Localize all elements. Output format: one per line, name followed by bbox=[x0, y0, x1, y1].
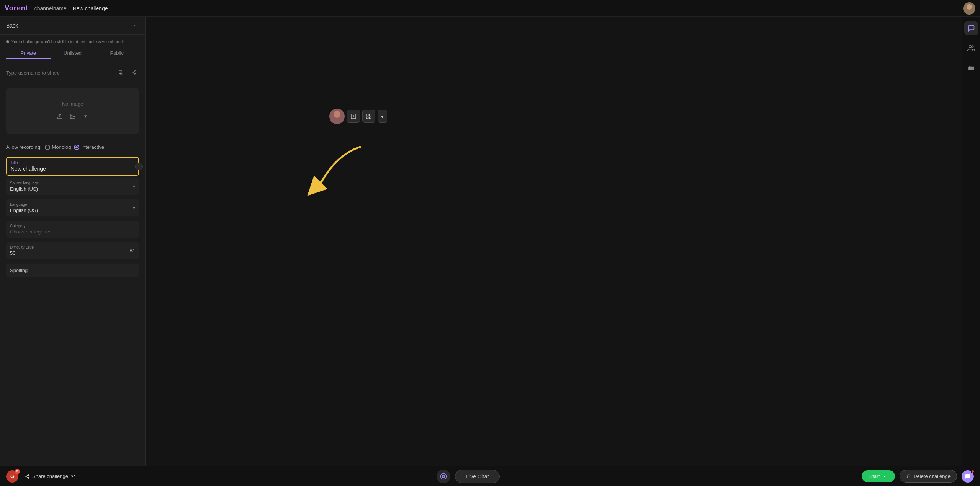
spelling-field[interactable]: Spelling bbox=[6, 264, 139, 277]
grammarly-label: G bbox=[10, 473, 14, 479]
toolbar-grid-icon[interactable] bbox=[362, 110, 375, 123]
svg-point-13 bbox=[331, 119, 343, 124]
radio-interactive-label: Interactive bbox=[81, 144, 104, 150]
title-field-label: Title bbox=[11, 161, 134, 165]
start-button[interactable]: Start bbox=[862, 470, 895, 482]
svg-line-7 bbox=[133, 73, 135, 74]
language-value: English (US) bbox=[10, 207, 133, 213]
svg-point-12 bbox=[334, 111, 340, 118]
category-label: Category bbox=[10, 224, 135, 228]
image-select-icon[interactable] bbox=[68, 111, 78, 121]
svg-rect-18 bbox=[366, 114, 368, 116]
tab-private[interactable]: Private bbox=[6, 48, 51, 59]
visibility-hint-text: Your challenge won't be visible to other… bbox=[11, 39, 125, 44]
start-icon bbox=[882, 474, 887, 479]
svg-rect-3 bbox=[119, 71, 122, 74]
back-arrow-icon[interactable]: ← bbox=[133, 22, 139, 29]
share-row bbox=[0, 64, 145, 82]
svg-point-25 bbox=[969, 67, 970, 68]
share-input[interactable] bbox=[6, 70, 113, 76]
share-challenge-button[interactable]: Share challenge bbox=[25, 473, 75, 479]
content-area: ▾ bbox=[146, 17, 962, 466]
svg-point-4 bbox=[135, 70, 136, 72]
share-challenge-label: Share challenge bbox=[32, 473, 68, 479]
speaker-button[interactable] bbox=[437, 470, 450, 483]
back-label: Back bbox=[6, 23, 18, 29]
right-settings-icon[interactable] bbox=[964, 61, 978, 75]
dot-indicator bbox=[6, 40, 9, 43]
logo[interactable]: Vorent bbox=[5, 4, 28, 12]
upload-icon[interactable] bbox=[55, 111, 65, 121]
source-language-value: English (US) bbox=[10, 186, 133, 192]
title-input[interactable] bbox=[11, 166, 134, 172]
recording-row: Allow recording: Monolog Interactive bbox=[0, 140, 145, 154]
image-controls: ▾ bbox=[55, 111, 91, 121]
language-field[interactable]: Language English (US) ▾ bbox=[6, 199, 139, 216]
share-icons bbox=[116, 68, 139, 78]
notification-button[interactable] bbox=[962, 470, 974, 483]
b1-badge: B1 bbox=[129, 248, 135, 253]
avatar[interactable] bbox=[963, 2, 975, 15]
chat-bubble-icon bbox=[965, 473, 971, 479]
source-language-field[interactable]: Source language English (US) ▾ bbox=[6, 178, 139, 195]
svg-point-34 bbox=[442, 475, 445, 478]
svg-point-6 bbox=[135, 73, 136, 75]
no-image-label: No image bbox=[62, 101, 83, 107]
svg-point-1 bbox=[965, 10, 974, 15]
sidebar: Back ← Your challenge won't be visible t… bbox=[0, 17, 146, 466]
category-placeholder: Choose categories bbox=[10, 229, 135, 235]
toolbar-more-button[interactable]: ▾ bbox=[378, 110, 387, 123]
grammarly-button[interactable]: G 5 bbox=[6, 470, 18, 483]
visibility-hint: Your challenge won't be visible to other… bbox=[6, 39, 139, 44]
share-icon[interactable] bbox=[129, 68, 139, 78]
radio-interactive-circle bbox=[74, 145, 79, 150]
toolbar-file-icon[interactable] bbox=[347, 110, 360, 123]
svg-point-28 bbox=[25, 476, 27, 477]
arrow-annotation bbox=[299, 139, 375, 198]
svg-point-0 bbox=[967, 4, 972, 10]
top-nav-right bbox=[963, 2, 975, 15]
toolbar-more-icon: ▾ bbox=[381, 114, 384, 119]
svg-line-30 bbox=[26, 476, 28, 477]
copy-icon[interactable] bbox=[116, 68, 126, 78]
svg-point-33 bbox=[441, 473, 447, 479]
chevron-down-icon-2: ▾ bbox=[133, 205, 135, 210]
right-sidebar bbox=[962, 17, 980, 466]
right-users-icon[interactable] bbox=[964, 41, 978, 55]
content-toolbar: ▾ bbox=[329, 109, 387, 124]
share-export-icon bbox=[70, 474, 75, 479]
toolbar-avatar[interactable] bbox=[329, 109, 345, 124]
share-icon-bottom bbox=[25, 474, 30, 479]
back-row: Back ← bbox=[0, 17, 145, 35]
difficulty-label: Difficulty Level bbox=[10, 245, 129, 250]
right-chat-icon[interactable] bbox=[964, 21, 978, 35]
page-title: New challenge bbox=[73, 5, 108, 11]
tab-public[interactable]: Public bbox=[95, 48, 139, 59]
image-more-icon[interactable]: ▾ bbox=[81, 111, 91, 121]
channel-name[interactable]: channelname bbox=[34, 5, 67, 11]
notification-badge bbox=[971, 470, 975, 473]
svg-line-31 bbox=[26, 475, 28, 476]
delete-challenge-button[interactable]: Delete challenge bbox=[900, 470, 957, 483]
tab-unlisted[interactable]: Unlisted bbox=[51, 48, 95, 59]
bottom-right: Start Delete challenge bbox=[862, 470, 974, 483]
category-field[interactable]: Category Choose categories bbox=[6, 221, 139, 238]
radio-interactive[interactable]: Interactive bbox=[74, 144, 104, 150]
start-label: Start bbox=[869, 473, 880, 479]
image-section: No image ▾ bbox=[0, 82, 145, 140]
bottom-center: Live Chat bbox=[81, 470, 856, 483]
svg-rect-20 bbox=[366, 117, 368, 119]
recording-label: Allow recording: bbox=[6, 144, 42, 150]
radio-monolog-circle bbox=[45, 145, 50, 150]
collapse-button[interactable]: › bbox=[135, 163, 143, 170]
visibility-section: Your challenge won't be visible to other… bbox=[0, 35, 145, 64]
live-chat-label: Live Chat bbox=[466, 473, 489, 479]
delete-icon bbox=[906, 474, 911, 479]
live-chat-button[interactable]: Live Chat bbox=[455, 470, 500, 483]
svg-point-26 bbox=[972, 68, 973, 70]
language-label: Language bbox=[10, 202, 133, 207]
radio-monolog[interactable]: Monolog bbox=[45, 144, 71, 150]
svg-rect-19 bbox=[369, 114, 371, 116]
grammarly-badge: 5 bbox=[15, 469, 20, 474]
difficulty-field[interactable]: Difficulty Level 50 B1 bbox=[6, 242, 139, 259]
